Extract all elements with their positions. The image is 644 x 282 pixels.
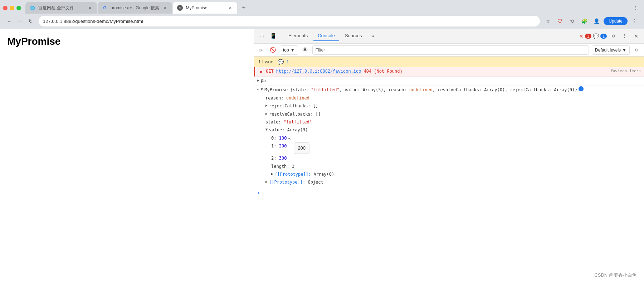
new-tab-button[interactable]: + xyxy=(239,3,249,13)
length-key: length: xyxy=(271,163,289,170)
console-prompt-line[interactable]: › xyxy=(254,188,644,198)
tab1-favicon: 🌐 xyxy=(30,5,35,11)
state-val: "fulfilled" xyxy=(284,118,312,126)
window-max-btn[interactable] xyxy=(16,6,21,10)
window-close-btn[interactable] xyxy=(3,6,8,10)
window-min-btn[interactable] xyxy=(10,6,14,10)
page-title: MyPromise xyxy=(7,36,247,47)
arr-index-1: 1: xyxy=(271,142,276,150)
browser-tab-3[interactable]: M MyPromise ✕ xyxy=(173,2,237,14)
arr-val-0: 100 xyxy=(279,135,287,142)
prototype-obj-val: Object xyxy=(308,179,323,186)
rejectCallbacks-expand[interactable]: ▶ xyxy=(265,102,268,108)
context-dropdown[interactable]: top ▼ xyxy=(280,45,298,55)
page-content: MyPromise xyxy=(0,29,254,281)
bookmark-icon[interactable]: ☆ xyxy=(543,16,553,26)
context-chevron: ▼ xyxy=(291,48,295,53)
error-circle-icon: ● xyxy=(258,69,264,75)
prototype-arr-expand[interactable]: ▶ xyxy=(271,171,273,177)
tab2-title: promise a+ - Google 搜索 xyxy=(111,5,159,11)
error-file-ref[interactable]: favicon.ico:1 xyxy=(610,68,641,75)
tooltip-box: 200 xyxy=(294,142,309,154)
devtools-header: ⬚ 📱 Elements Console Sources » ✕ 1 💬 1 ⚙… xyxy=(254,29,644,44)
obj-expand-arrow[interactable]: ▼ xyxy=(261,86,263,93)
tab3-favicon: M xyxy=(177,5,183,11)
rejectCallbacks-val: [] xyxy=(313,102,318,110)
issues-bar[interactable]: 1 Issue: 💬 1 xyxy=(254,57,644,67)
devtools-settings-icon[interactable]: ⚙ xyxy=(608,31,618,41)
tab-elements[interactable]: Elements xyxy=(284,31,312,41)
context-label: top xyxy=(283,48,289,53)
tab-console[interactable]: Console xyxy=(313,31,339,41)
translate-icon[interactable]: ⟲ xyxy=(567,16,577,26)
cursor-icon: ↖ xyxy=(288,135,291,142)
eye-icon[interactable]: 👁 xyxy=(301,46,309,54)
value-expand-arrow[interactable]: ▼ xyxy=(265,126,268,132)
devtools-close-icon[interactable]: ✕ xyxy=(631,31,641,41)
error-count-badge: 1 xyxy=(585,34,591,39)
back-ref-icon[interactable]: ← xyxy=(257,86,259,93)
object-row: ← ▼ MyPromise {state: "fulfilled", value… xyxy=(254,86,644,94)
tab-sources[interactable]: Sources xyxy=(341,31,366,41)
arr-index-2: 2: xyxy=(271,155,276,162)
extension-icon[interactable]: 🧩 xyxy=(579,16,589,26)
length-val: 3 xyxy=(292,163,294,170)
error-icon-badge: ✕ xyxy=(579,33,584,39)
reason-val: undefined xyxy=(286,94,309,102)
expanded-object: reason: undefined ▶ rejectCallbacks: [] … xyxy=(254,94,644,186)
rejectCallbacks-key: rejectCallbacks: xyxy=(269,102,311,110)
value-key: value: xyxy=(269,126,284,133)
console-prompt-icon: › xyxy=(257,189,260,197)
console-settings-icon[interactable]: ⚙ xyxy=(633,46,641,54)
tab1-title: 百度网盘-全部文件 xyxy=(38,5,84,11)
update-button[interactable]: Update xyxy=(604,17,628,25)
console-toolbar: ▷ 🚫 top ▼ 👁 Default levels ▼ ⚙ xyxy=(254,44,644,57)
devtools-overflow-icon[interactable]: ⋮ xyxy=(620,31,630,41)
browser-tab-2[interactable]: G promise a+ - Google 搜索 ✕ xyxy=(98,2,172,14)
prototype-obj-key: [[Prototype]]: xyxy=(269,179,305,186)
console-play-icon[interactable]: ▷ xyxy=(257,46,265,54)
p5-log-line: ▶ p5 xyxy=(254,77,644,86)
state-key: state: xyxy=(265,118,281,126)
shield-icon[interactable]: 🛡 xyxy=(555,16,565,26)
error-line: ● GET http://127.0.0.1:8882/favicon.ico … xyxy=(254,67,644,77)
devtools-inspect-icon[interactable]: ⬚ xyxy=(257,31,267,41)
tab3-close[interactable]: ✕ xyxy=(227,5,233,11)
menu-icon[interactable]: ⋮ xyxy=(630,16,640,26)
arr-index-0: 0: xyxy=(271,135,276,142)
profile-icon[interactable]: 👤 xyxy=(591,16,601,26)
back-button[interactable]: ← xyxy=(4,16,14,26)
error-url[interactable]: http://127.0.0.1:8882/favicon.ico xyxy=(276,69,361,74)
resolveCallbacks-val: [] xyxy=(316,111,321,118)
tab2-close[interactable]: ✕ xyxy=(162,5,168,11)
issues-message-icon: 💬 xyxy=(278,59,284,65)
p5-label: p5 xyxy=(261,78,266,84)
message-count-badge: 1 xyxy=(600,34,607,39)
more-tabs-btn[interactable]: » xyxy=(368,31,378,41)
browser-tab-1[interactable]: 🌐 百度网盘-全部文件 ✕ xyxy=(25,2,97,14)
prototype-arr-val: Array(0) xyxy=(313,171,334,178)
prototype-arr-key: [[Prototype]]: xyxy=(275,171,311,178)
resolveCallbacks-expand[interactable]: ▶ xyxy=(265,111,268,117)
forward-button[interactable]: → xyxy=(15,16,25,26)
levels-dropdown[interactable]: Default levels ▼ xyxy=(592,45,630,55)
object-info-icon[interactable]: i xyxy=(579,86,584,91)
arr-val-2: 300 xyxy=(279,155,287,162)
devtools-device-icon[interactable]: 📱 xyxy=(268,31,278,41)
levels-label: Default levels xyxy=(595,48,621,53)
issues-count-label: 1 Issue: xyxy=(258,59,275,64)
reload-button[interactable]: ↻ xyxy=(26,16,36,26)
tab1-close[interactable]: ✕ xyxy=(87,5,93,11)
p5-expand-arrow[interactable]: ▶ xyxy=(257,78,259,84)
filter-input[interactable] xyxy=(312,45,589,55)
extensions-icon[interactable]: ⋮ xyxy=(633,5,638,11)
address-bar[interactable]: 127.0.0.1:8882/questions-demo/MyPromise.… xyxy=(39,16,540,26)
prototype-obj-expand[interactable]: ▶ xyxy=(265,179,268,185)
console-block-icon[interactable]: 🚫 xyxy=(268,46,277,54)
object-preview: MyPromise {state: "fulfilled", value: Ar… xyxy=(264,86,577,93)
tab3-title: MyPromise xyxy=(186,5,224,10)
arr-val-1: 200 xyxy=(279,142,287,150)
levels-chevron: ▼ xyxy=(622,48,626,53)
devtools-panel: ⬚ 📱 Elements Console Sources » ✕ 1 💬 1 ⚙… xyxy=(254,29,644,281)
address-text: 127.0.0.1:8882/questions-demo/MyPromise.… xyxy=(43,19,143,24)
